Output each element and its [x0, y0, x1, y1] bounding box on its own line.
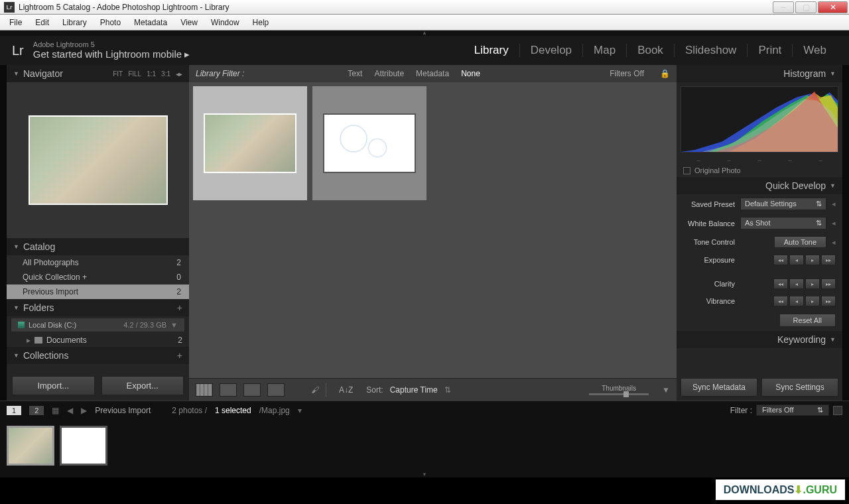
grid-toggle-icon[interactable]: ▦	[52, 406, 59, 415]
filter-label: Library Filter :	[196, 69, 244, 78]
filmstrip-thumb-2[interactable]	[60, 426, 107, 466]
toolbar-menu-icon[interactable]: ▼	[662, 385, 670, 395]
folders-disk[interactable]: Local Disk (C:) 4.2 / 29.3 GB ▼	[11, 318, 185, 332]
zoom-3-1[interactable]: 3:1	[161, 70, 170, 78]
filters-off-label[interactable]: Filters Off	[610, 69, 644, 78]
module-library[interactable]: Library	[464, 44, 519, 57]
collections-header[interactable]: ▼ Collections +	[7, 347, 189, 364]
histogram-display	[681, 86, 838, 153]
zoom-fit[interactable]: FIT	[113, 70, 123, 78]
keywording-header[interactable]: Keywording ▼	[677, 331, 842, 348]
filter-preset-select[interactable]: Filters Off⇅	[756, 405, 829, 416]
window-maximize-button[interactable]: ▢	[795, 1, 816, 13]
menu-file[interactable]: File	[3, 16, 29, 29]
catalog-quick-collection[interactable]: Quick Collection +0	[7, 270, 189, 284]
bottom-panel-revealer[interactable]: ▼	[0, 472, 849, 477]
clarity-stepper[interactable]: ◂◂◂▸▸▸	[773, 279, 836, 289]
breadcrumb-dropdown-icon[interactable]: ▾	[298, 406, 302, 415]
white-balance-select[interactable]: As Shot⇅	[740, 217, 826, 229]
navigator-header[interactable]: ▼ Navigator FIT FILL 1:1 3:1 ◂▸	[7, 65, 189, 82]
sort-value[interactable]: Capture Time	[390, 385, 438, 395]
reset-all-button[interactable]: Reset All	[779, 314, 836, 327]
filter-label: Filter :	[730, 406, 752, 415]
tone-control-label: Tone Control	[683, 238, 735, 246]
add-folder-icon[interactable]: +	[177, 302, 182, 313]
expand-icon[interactable]: ◂	[832, 238, 836, 247]
view-grid-icon[interactable]	[196, 383, 213, 397]
zoom-1-1[interactable]: 1:1	[147, 70, 156, 78]
clarity-label: Clarity	[683, 280, 735, 288]
module-print[interactable]: Print	[747, 44, 792, 57]
white-balance-label: White Balance	[683, 220, 735, 227]
page-indicator-1[interactable]: 1	[7, 406, 21, 415]
catalog-header[interactable]: ▼ Catalog	[7, 238, 189, 255]
import-button[interactable]: Import...	[12, 376, 95, 395]
menu-help[interactable]: Help	[246, 16, 276, 29]
export-button[interactable]: Export...	[101, 376, 184, 395]
module-slideshow[interactable]: Slideshow	[674, 44, 748, 57]
quick-develop-header[interactable]: Quick Develop ▼	[677, 177, 842, 194]
module-develop[interactable]: Develop	[519, 44, 582, 57]
zoom-fill[interactable]: FILL	[128, 70, 141, 78]
module-map[interactable]: Map	[582, 44, 626, 57]
grid-thumbnail-2[interactable]	[312, 86, 426, 200]
breadcrumb[interactable]: Previous Import	[95, 406, 151, 415]
folders-header[interactable]: ▼ Folders +	[7, 299, 189, 316]
sync-settings-button[interactable]: Sync Settings	[761, 378, 838, 397]
thumbnail-grid[interactable]	[189, 82, 677, 378]
painter-icon[interactable]: 🖌	[311, 385, 319, 395]
menu-library[interactable]: Library	[56, 16, 94, 29]
vibrance-stepper[interactable]: ◂◂◂▸▸▸	[773, 296, 836, 306]
right-edge-revealer[interactable]	[842, 65, 849, 401]
thumbnail-size-slider[interactable]: Thumbnails	[589, 385, 649, 395]
navigator-preview[interactable]	[7, 82, 189, 238]
photo-count: 2 photos /	[172, 406, 207, 415]
menu-photo[interactable]: Photo	[94, 16, 127, 29]
view-survey-icon[interactable]	[267, 383, 285, 397]
filter-none[interactable]: None	[461, 69, 480, 78]
filter-lock-icon[interactable]: 🔒	[660, 69, 670, 78]
add-collection-icon[interactable]: +	[177, 350, 182, 361]
nav-back-icon[interactable]: ◀	[67, 406, 73, 415]
filter-metadata[interactable]: Metadata	[416, 69, 449, 78]
menu-view[interactable]: View	[174, 16, 204, 29]
module-book[interactable]: Book	[626, 44, 674, 57]
folder-documents[interactable]: ▸ Documents 2	[7, 334, 189, 347]
module-web[interactable]: Web	[792, 44, 837, 57]
view-loupe-icon[interactable]	[220, 383, 237, 397]
left-panel: ▼ Navigator FIT FILL 1:1 3:1 ◂▸ ▼ Catalo…	[7, 65, 189, 401]
folders-title: Folders	[23, 302, 54, 313]
selected-count: 1 selected	[215, 406, 251, 415]
menu-edit[interactable]: Edit	[29, 16, 56, 29]
menu-window[interactable]: Window	[204, 16, 246, 29]
sync-metadata-button[interactable]: Sync Metadata	[681, 378, 757, 397]
filter-attribute[interactable]: Attribute	[374, 69, 404, 78]
view-compare-icon[interactable]	[243, 383, 261, 397]
expand-icon[interactable]: ◂	[832, 200, 836, 208]
filmstrip-thumb-1[interactable]	[7, 426, 54, 466]
zoom-dropdown-icon[interactable]: ◂▸	[176, 70, 182, 78]
filter-switch-icon[interactable]	[833, 406, 842, 415]
saved-preset-select[interactable]: Default Settings⇅	[740, 198, 826, 210]
sort-dropdown-icon[interactable]: ⇅	[444, 385, 451, 395]
page-indicator-2[interactable]: 2	[29, 406, 44, 415]
filter-text[interactable]: Text	[348, 69, 362, 78]
menu-metadata[interactable]: Metadata	[127, 16, 174, 29]
nav-forward-icon[interactable]: ▶	[81, 406, 87, 415]
collapse-icon: ▼	[13, 352, 19, 359]
exposure-stepper[interactable]: ◂◂◂▸▸▸	[773, 255, 836, 265]
window-minimize-button[interactable]: –	[773, 1, 794, 13]
window-close-button[interactable]: ✕	[818, 1, 848, 13]
original-photo-toggle[interactable]: Original Photo	[677, 164, 842, 177]
left-edge-revealer[interactable]	[0, 65, 7, 401]
top-panel-revealer[interactable]: ▲	[0, 31, 849, 36]
sort-direction-icon[interactable]: A↓Z	[339, 385, 353, 395]
histogram-header[interactable]: Histogram ▼	[677, 65, 842, 82]
catalog-all-photographs[interactable]: All Photographs2	[7, 255, 189, 270]
filmstrip[interactable]	[0, 419, 849, 472]
auto-tone-button[interactable]: Auto Tone	[774, 236, 826, 248]
catalog-previous-import[interactable]: Previous Import2	[7, 284, 189, 299]
expand-icon[interactable]: ◂	[832, 219, 836, 227]
grid-thumbnail-1[interactable]	[193, 86, 307, 200]
mobile-tagline[interactable]: Get started with Lightroom mobile ▸	[33, 48, 190, 60]
